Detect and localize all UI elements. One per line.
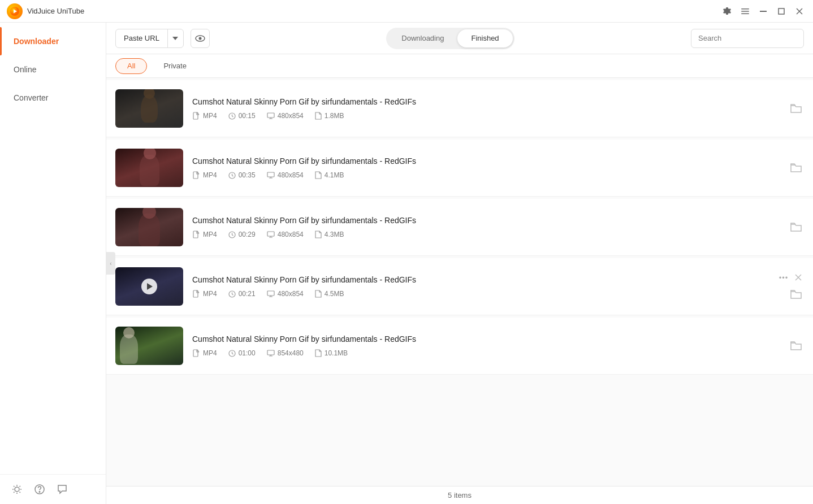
video-title: Cumshot Natural Skinny Porn Gif by sirfu…: [192, 275, 768, 284]
app-logo: [7, 3, 23, 19]
video-meta: MP4 01:00 854x480 10.1MB: [192, 349, 779, 357]
folder-icon: [790, 289, 802, 299]
sidebar-item-downloader-label: Downloader: [14, 37, 59, 46]
chat-button[interactable]: [54, 481, 70, 497]
open-folder-button[interactable]: [788, 286, 804, 302]
svg-line-17: [14, 492, 14, 493]
monitor-icon: [267, 350, 275, 357]
toolbar: Paste URL Downloading Finished: [106, 23, 813, 54]
video-title: Cumshot Natural Skinny Porn Gif by sirfu…: [192, 334, 779, 344]
duration-meta: 00:21: [228, 290, 256, 298]
size-value: 4.5MB: [325, 290, 344, 298]
items-count: 5 items: [448, 491, 472, 499]
video-item: Cumshot Natural Skinny Porn Gif by sirfu…: [106, 258, 813, 315]
downloading-toggle[interactable]: Downloading: [388, 29, 457, 47]
file-icon: [192, 231, 200, 238]
video-title: Cumshot Natural Skinny Porn Gif by sirfu…: [192, 216, 779, 225]
video-meta: MP4 00:29 480x854 4.3MB: [192, 231, 779, 238]
folder-icon: [790, 103, 802, 114]
monitor-icon: [267, 231, 275, 238]
video-info: Cumshot Natural Skinny Porn Gif by sirfu…: [192, 157, 779, 179]
clock-icon: [228, 172, 236, 179]
paste-url-dropdown-btn[interactable]: [167, 29, 183, 47]
more-options-button[interactable]: •••: [777, 271, 790, 284]
open-folder-button[interactable]: [788, 338, 804, 354]
minimize-button[interactable]: [756, 5, 770, 18]
format-value: MP4: [203, 231, 217, 238]
filter-private-button[interactable]: Private: [152, 58, 198, 74]
file-icon: [192, 112, 200, 120]
open-folder-button[interactable]: [788, 101, 804, 116]
sidebar-collapse-button[interactable]: ‹: [106, 252, 115, 275]
resolution-value: 854x480: [278, 349, 304, 357]
paste-url-main-btn[interactable]: Paste URL: [116, 29, 167, 47]
svg-rect-27: [267, 172, 274, 177]
filesize-icon: [315, 171, 322, 179]
sidebar: Downloader Online Converter: [0, 23, 106, 504]
sidebar-item-converter-label: Converter: [14, 93, 48, 102]
sidebar-footer: [0, 474, 106, 504]
filter-all-button[interactable]: All: [115, 58, 147, 74]
video-thumbnail: [115, 149, 183, 187]
duration-meta: 01:00: [228, 349, 256, 357]
main-content: ‹ Paste URL Downloading Finished: [106, 23, 813, 504]
open-folder-button[interactable]: [788, 160, 804, 176]
size-meta: 4.3MB: [315, 231, 344, 238]
duration-value: 00:15: [239, 112, 256, 120]
clock-icon: [228, 112, 236, 120]
item-actions: [788, 160, 804, 176]
clock-icon: [228, 290, 236, 298]
window-controls: [720, 5, 806, 18]
resolution-meta: 480x854: [267, 290, 304, 298]
eye-button[interactable]: [191, 29, 210, 48]
help-button[interactable]: [32, 481, 47, 497]
svg-line-14: [14, 486, 14, 486]
size-value: 10.1MB: [325, 349, 348, 357]
size-meta: 10.1MB: [315, 349, 348, 357]
remove-item-button[interactable]: [793, 272, 804, 283]
format-value: MP4: [203, 290, 217, 298]
filesize-icon: [315, 349, 322, 357]
svg-rect-22: [193, 112, 198, 119]
file-icon: [192, 290, 200, 298]
close-button[interactable]: [793, 5, 806, 18]
sidebar-item-online[interactable]: Online: [0, 55, 106, 84]
video-meta: MP4 00:35 480x854 4.1MB: [192, 171, 779, 179]
duration-meta: 00:35: [228, 171, 256, 179]
svg-rect-2: [741, 8, 749, 10]
filesize-icon: [315, 112, 322, 120]
video-thumbnail: [115, 267, 183, 306]
svg-rect-37: [193, 350, 198, 357]
format-value: MP4: [203, 112, 217, 120]
folder-icon: [790, 222, 802, 232]
app-branding: VidJuice UniTube: [7, 3, 84, 19]
svg-rect-39: [267, 350, 274, 355]
paste-url-button[interactable]: Paste URL: [115, 29, 184, 48]
size-meta: 4.1MB: [315, 171, 344, 179]
sidebar-item-converter[interactable]: Converter: [0, 84, 106, 112]
format-value: MP4: [203, 171, 217, 179]
svg-rect-30: [267, 232, 274, 236]
video-info: Cumshot Natural Skinny Porn Gif by sirfu…: [192, 97, 779, 120]
resolution-value: 480x854: [278, 171, 304, 179]
item-actions: [788, 338, 804, 354]
sidebar-item-downloader[interactable]: Downloader: [0, 27, 106, 55]
finished-toggle[interactable]: Finished: [457, 29, 512, 47]
settings-button[interactable]: [720, 5, 734, 18]
video-title: Cumshot Natural Skinny Porn Gif by sirfu…: [192, 97, 779, 106]
menu-button[interactable]: [738, 5, 752, 18]
svg-rect-34: [267, 291, 274, 296]
search-input[interactable]: [691, 29, 804, 48]
maximize-button[interactable]: [775, 5, 788, 18]
size-value: 4.1MB: [325, 171, 344, 179]
theme-button[interactable]: [9, 481, 25, 497]
play-overlay[interactable]: [141, 279, 157, 294]
open-folder-button[interactable]: [788, 219, 804, 235]
folder-icon: [790, 341, 802, 351]
resolution-meta: 480x854: [267, 231, 304, 238]
duration-value: 00:35: [239, 171, 256, 179]
status-bar: 5 items: [106, 486, 813, 504]
format-meta: MP4: [192, 349, 217, 357]
video-thumbnail: [115, 208, 183, 246]
resolution-meta: 854x480: [267, 349, 304, 357]
